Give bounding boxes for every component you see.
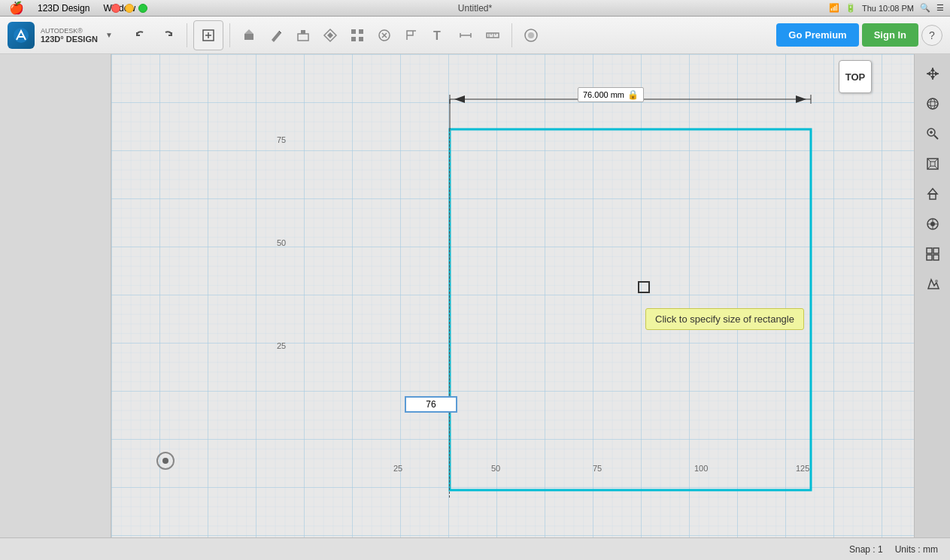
go-premium-button[interactable]: Go Premium [776, 23, 858, 47]
svg-marker-5 [244, 29, 253, 34]
maximize-button[interactable] [138, 4, 147, 13]
sign-in-button[interactable]: Sign In [862, 23, 918, 47]
text-tool[interactable]: T [426, 23, 451, 48]
svg-text:75: 75 [593, 464, 602, 473]
fit-view-tool[interactable] [919, 150, 946, 177]
svg-line-53 [934, 135, 938, 139]
canvas[interactable]: 75 50 25 25 50 75 100 125 15 76.000 mm 🔒… [111, 54, 914, 537]
top-view-button[interactable]: TOP [839, 60, 872, 93]
orbit-view-tool[interactable] [919, 90, 946, 117]
view-mode-tool[interactable] [919, 210, 946, 238]
materials-tool[interactable] [518, 23, 544, 48]
title-bar: 🍎 123D Design Window Untitled* 📶 🔋 Thu 1… [0, 0, 950, 17]
separator-3 [511, 23, 512, 47]
tooltip: Click to specify size of rectangle [645, 308, 804, 330]
rect-cursor [638, 281, 650, 293]
main-tools [193, 20, 223, 50]
logo-bottom: 123D° DESIGN [41, 35, 98, 44]
shape-tools: T [236, 23, 505, 48]
orbit-dot [162, 458, 168, 464]
svg-point-23 [528, 32, 534, 38]
add-tool-button[interactable] [193, 20, 223, 50]
battery-icon: 🔋 [845, 3, 856, 13]
svg-rect-57 [930, 162, 935, 166]
move-view-tool[interactable] [919, 60, 946, 87]
material-view-tool[interactable] [919, 271, 946, 298]
snap-tool[interactable] [399, 23, 424, 48]
logo-top: AUTODESK® [41, 27, 98, 35]
svg-rect-73 [933, 255, 939, 260]
units-indicator[interactable]: Units : mm [895, 544, 938, 555]
window-title: Untitled* [458, 3, 492, 14]
dimension-value: 76.000 mm [583, 90, 624, 99]
redo-button[interactable] [155, 23, 181, 48]
zoom-view-tool[interactable] [919, 120, 946, 147]
minimize-button[interactable] [125, 4, 134, 13]
svg-marker-10 [327, 32, 333, 38]
svg-marker-45 [930, 68, 935, 71]
svg-rect-7 [298, 34, 308, 41]
construct-tool[interactable] [290, 23, 316, 48]
close-button[interactable] [111, 4, 120, 13]
svg-rect-8 [301, 30, 305, 34]
svg-rect-17 [487, 33, 499, 38]
measure-tool[interactable] [453, 23, 478, 48]
grid-tool[interactable] [919, 241, 946, 268]
units-label: Units : mm [895, 544, 938, 555]
ruler-tool[interactable] [480, 23, 505, 48]
nav-buttons [128, 23, 181, 48]
svg-rect-72 [927, 255, 932, 260]
svg-rect-4 [244, 34, 253, 40]
snap-label: Snap : 1 [849, 544, 883, 555]
svg-point-49 [927, 98, 938, 109]
svg-rect-70 [927, 248, 932, 253]
svg-rect-63 [930, 194, 936, 199]
app-menu[interactable]: 123D Design [32, 0, 96, 17]
help-button[interactable]: ? [921, 25, 942, 46]
left-sidebar [0, 54, 111, 537]
svg-rect-25 [111, 54, 914, 537]
svg-point-50 [927, 101, 938, 106]
svg-rect-71 [933, 248, 939, 253]
search-icon[interactable]: 🔍 [920, 3, 930, 13]
svg-rect-12 [359, 29, 363, 34]
wifi-icon: 📶 [829, 3, 839, 13]
svg-text:50: 50 [491, 464, 500, 473]
status-bar: Snap : 1 Units : mm [0, 537, 950, 560]
primitives-tool[interactable] [236, 23, 262, 48]
separator-1 [187, 23, 187, 47]
svg-text:75: 75 [277, 135, 286, 144]
home-view-tool[interactable] [919, 180, 946, 207]
app-toolbar: AUTODESK® 123D° DESIGN ▼ [0, 17, 950, 54]
main-area: 75 50 25 25 50 75 100 125 15 76.000 mm 🔒… [0, 54, 950, 537]
logo-dropdown-icon[interactable]: ▼ [105, 31, 113, 39]
status-bar-right: 📶 🔋 Thu 10:08 PM 🔍 ☰ [829, 3, 950, 13]
dimension-label: 76.000 mm 🔒 [578, 87, 644, 102]
app-logo [8, 22, 35, 49]
svg-point-51 [930, 98, 935, 109]
pattern-tool[interactable] [344, 23, 370, 48]
modify-tool[interactable] [317, 23, 343, 48]
logo-text: AUTODESK® 123D° DESIGN [41, 27, 98, 44]
grid: 75 50 25 25 50 75 100 125 15 [111, 54, 914, 537]
snap-indicator: Snap : 1 [849, 544, 883, 555]
lock-icon: 🔒 [627, 89, 639, 100]
svg-text:25: 25 [277, 341, 286, 350]
svg-point-74 [935, 280, 938, 283]
undo-button[interactable] [128, 23, 153, 48]
vertical-guide [449, 129, 450, 498]
dimension-input[interactable] [405, 396, 457, 413]
time-display: Thu 10:08 PM [862, 4, 914, 13]
svg-marker-48 [935, 71, 939, 76]
apple-menu[interactable]: 🍎 [3, 0, 30, 17]
group-tool[interactable] [372, 23, 397, 48]
svg-text:25: 25 [393, 464, 402, 473]
orbit-ring[interactable] [156, 452, 175, 470]
svg-rect-11 [351, 29, 356, 34]
svg-text:50: 50 [277, 238, 286, 247]
sketch-tool[interactable] [263, 23, 289, 48]
orbit-control[interactable] [156, 452, 175, 470]
svg-text:100: 100 [694, 464, 708, 473]
svg-marker-62 [928, 189, 937, 194]
list-icon[interactable]: ☰ [936, 3, 944, 13]
